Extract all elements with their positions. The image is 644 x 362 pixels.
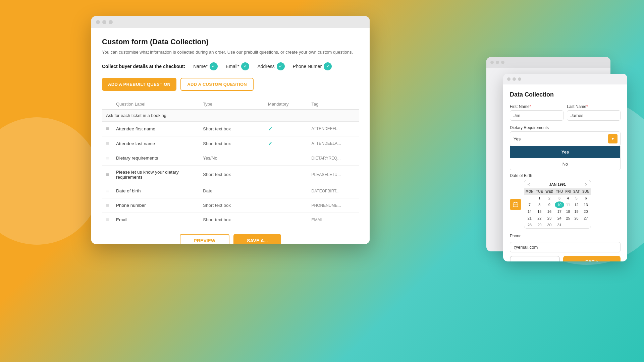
preview-button[interactable]: PREVIEW [180,234,230,244]
calendar-day[interactable]: 12 [572,201,581,208]
calendar-day[interactable]: 6 [581,195,591,201]
calendar-day[interactable]: 1 [535,195,544,201]
cal-header-sat: SAT [572,188,581,195]
drag-handle-5[interactable]: ≡ [106,188,116,194]
buyer-item-name: Name* ✓ [193,62,218,70]
calendar-day[interactable]: 9 [544,201,555,208]
first-name-label: First Name* [510,104,564,109]
calendar-day[interactable]: 16 [544,208,555,215]
calendar-prev[interactable]: < [528,182,530,186]
dietary-selected[interactable]: Yes ▼ [510,131,621,146]
first-name-input[interactable] [510,110,564,121]
calendar-day[interactable]: 25 [564,215,572,222]
drag-handle-7[interactable]: ≡ [106,217,116,223]
calendar-day[interactable]: 8 [535,201,544,208]
calendar-day[interactable]: 29 [535,222,544,228]
row-1-type: Short text box [203,126,268,131]
table-row: ≡ Email Short text box EMAIL [102,213,359,227]
page-subtitle: You can customise what information is co… [102,49,359,56]
phone-label: Phone [510,234,522,238]
calendar-day[interactable]: 3 [555,195,564,201]
row-1-label: Attendee first name [116,126,203,131]
calendar-day[interactable]: 7 [524,201,535,208]
calendar-day[interactable]: 14 [524,208,535,215]
dietary-req-group: Dietary Requirements Yes ▼ Yes No [510,125,621,146]
row-3-type: Yes/No [203,156,268,161]
row-6-label: Phone number [116,203,203,208]
dob-row: < JAN 1991 > MON TUE WED THU [510,180,621,229]
calendar-grid: MON TUE WED THU FRI SAT SUN 123456789101… [524,188,591,228]
calendar-day[interactable]: 28 [524,222,535,228]
col-header-label: Question Label [116,102,203,107]
calendar-day[interactable]: 4 [564,195,572,201]
calendar-day[interactable]: 26 [572,215,581,222]
row-2-mandatory: ✓ [268,140,311,147]
calendar-day[interactable]: 30 [544,222,555,228]
svg-rect-0 [513,203,518,207]
calendar-next[interactable]: > [585,182,587,186]
calendar-day[interactable]: 2 [544,195,555,201]
calendar-day[interactable]: 24 [555,215,564,222]
calendar-day[interactable]: 15 [535,208,544,215]
drag-handle-4[interactable]: ≡ [106,172,116,178]
calendar-day[interactable]: 5 [572,195,581,201]
buyer-address-label: Address [257,64,274,69]
calendar-icon-button[interactable] [510,199,521,210]
browser-dot-2 [102,20,106,24]
calendar-day[interactable]: 10 [555,201,564,208]
table-row: ≡ Please let us know your dietary requir… [102,166,359,184]
dietary-dropdown[interactable]: Yes ▼ Yes No [510,131,621,146]
calendar-day[interactable]: 22 [535,215,544,222]
email-input[interactable] [510,242,621,252]
browser-dot-3 [109,20,113,24]
calendar-day [581,222,591,228]
first-name-group: First Name* [510,104,564,121]
bottom-buttons: PREVIEW SAVE A... [102,234,359,244]
row-5-label: Date of birth [116,188,203,193]
drag-handle-6[interactable]: ≡ [106,202,116,208]
calendar-day[interactable]: 31 [555,222,564,228]
calendar-header: < JAN 1991 > [524,180,591,188]
bg-blob-left [0,117,101,245]
dropdown-item-yes[interactable]: Yes [510,146,620,158]
save-button[interactable]: SAVE A... [233,234,281,244]
dropdown-item-no[interactable]: No [510,158,620,170]
calendar-day[interactable]: 18 [564,208,572,215]
calendar-day[interactable]: 13 [581,201,591,208]
buyer-email-label: Email* [226,64,239,69]
drag-handle-3[interactable]: ≡ [106,155,116,161]
add-prebuilt-button[interactable]: ADD A PREBUILT QUESTION [102,78,176,91]
popup-next-button[interactable]: EXT > [563,256,621,261]
calendar-day[interactable]: 17 [555,208,564,215]
last-name-label: Last Name* [567,104,621,109]
table-row: ≡ Attendee first name Short text box ✓ A… [102,122,359,136]
drag-handle-1[interactable]: ≡ [106,126,116,132]
last-name-input[interactable] [567,110,621,121]
add-custom-button[interactable]: ADD A CUSTOM QUESTION [180,78,254,91]
row-5-tag: DATEOFBIRT... [312,189,355,193]
calendar-day[interactable]: 11 [564,201,572,208]
popup-content: Data Collection First Name* Last Name* D… [503,84,627,261]
calendar-day[interactable]: 23 [544,215,555,222]
browser-dot-1 [96,20,100,24]
buyer-name-label: Name* [193,64,208,69]
popup-back-button[interactable]: ← [510,256,560,261]
calendar-day[interactable]: 21 [524,215,535,222]
row-7-tag: EMAIL [312,218,355,222]
popup-front-dot-3 [518,77,521,81]
popup-front-dot-1 [507,77,511,81]
calendar-day[interactable]: 20 [581,208,591,215]
drag-handle-2[interactable]: ≡ [106,140,116,146]
buyer-details-row: Collect buyer details at the checkout: N… [102,62,359,70]
cal-header-fri: FRI [564,188,572,195]
popup-back-titlebar [486,57,610,68]
dietary-req-label: Dietary Requirements [510,125,621,130]
table-row: ≡ Phone number Short text box PHONENUME.… [102,198,359,213]
calendar-day[interactable]: 19 [572,208,581,215]
row-2-type: Short text box [203,141,268,146]
calendar-popup: < JAN 1991 > MON TUE WED THU [524,180,591,229]
calendar-day [564,222,572,228]
section-header: Ask for each ticket in a booking [102,110,359,122]
calendar-day[interactable]: 27 [581,215,591,222]
row-5-type: Date [203,188,268,193]
